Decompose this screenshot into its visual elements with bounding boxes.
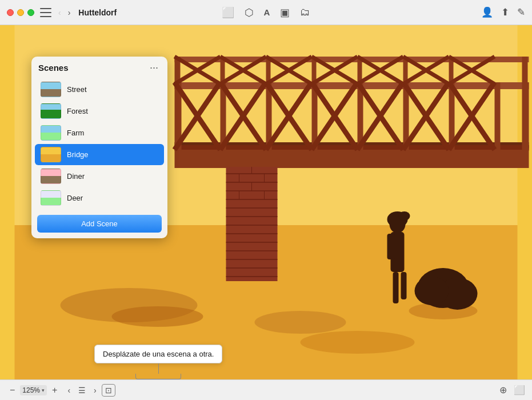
play-button[interactable]: ⊡	[102, 384, 115, 397]
share-icon[interactable]: ⬆	[501, 6, 509, 18]
scene-name-street: Street	[67, 85, 87, 94]
forward-arrow-icon[interactable]: ›	[66, 7, 73, 18]
scenes-title: Scenes	[38, 63, 69, 73]
bottom-right-controls: ⊕ ⬜	[499, 385, 525, 395]
toolbar-icons: ⬜ ⬡ A ▣ 🗂	[222, 6, 311, 19]
tooltip-box: Desplázate de una escena a otra.	[94, 345, 222, 363]
add-scene-button[interactable]: Add Scene	[37, 215, 162, 233]
titlebar-right: 👤 ⬆ ✎	[481, 6, 525, 18]
prev-scene-button[interactable]: ‹	[65, 385, 73, 396]
next-scene-button[interactable]: ›	[91, 385, 99, 396]
canvas-area: Scenes ··· StreetForestFarmBridgeDinerDe…	[0, 25, 532, 379]
nav-controls: ‹ ☰ › ⊡	[65, 384, 115, 397]
zoom-value-display[interactable]: 125% ▾	[20, 385, 47, 395]
scene-item-forest[interactable]: Forest	[35, 101, 164, 122]
svg-rect-77	[387, 234, 395, 259]
svg-point-84	[415, 277, 449, 305]
scene-thumb-forest	[41, 103, 61, 119]
scene-thumb-deer	[41, 190, 61, 206]
tooltip-container: Desplázate de una escena a otra.	[94, 345, 222, 379]
scene-item-farm[interactable]: Farm	[35, 122, 164, 143]
svg-point-3	[255, 311, 346, 334]
scenes-header: Scenes ···	[31, 57, 167, 77]
zoom-in-button[interactable]: +	[49, 384, 60, 397]
account-icon[interactable]: 👤	[481, 6, 493, 18]
scene-thumb-diner	[41, 169, 61, 184]
tooltip-line	[158, 363, 159, 374]
back-arrow-icon[interactable]: ‹	[56, 7, 63, 18]
scene-name-bridge: Bridge	[67, 150, 89, 159]
zoom-dropdown-arrow-icon: ▾	[42, 387, 45, 393]
scene-thumb-street	[41, 82, 61, 97]
toolbar-icon-5[interactable]: 🗂	[300, 6, 310, 18]
toolbar-icon-2[interactable]: ⬡	[245, 6, 254, 19]
toolbar-icon-4[interactable]: ▣	[280, 6, 290, 19]
zoom-controls: − 125% ▾ +	[7, 384, 60, 397]
toolbar-icon-3[interactable]: A	[264, 7, 270, 17]
scenes-list: StreetForestFarmBridgeDinerDeer	[31, 77, 167, 210]
nav-arrows: ‹ ›	[56, 7, 73, 18]
svg-rect-79	[401, 272, 407, 299]
scene-item-deer[interactable]: Deer	[35, 187, 164, 209]
scenes-more-button[interactable]: ···	[147, 62, 161, 73]
titlebar: ‹ › Hutteldorf ⬜ ⬡ A ▣ 🗂 👤 ⬆ ✎	[0, 0, 532, 25]
scene-thumb-farm	[41, 125, 61, 141]
svg-rect-78	[393, 272, 399, 303]
scene-name-diner: Diner	[67, 172, 85, 181]
zoom-to-fit-icon[interactable]: ⊕	[499, 385, 507, 395]
fullscreen-button[interactable]	[27, 9, 34, 16]
scenes-panel: Scenes ··· StreetForestFarmBridgeDinerDe…	[31, 57, 167, 238]
svg-point-81	[399, 211, 410, 221]
edit-icon[interactable]: ✎	[517, 6, 525, 18]
view-mode-icon[interactable]: ⬜	[514, 385, 525, 395]
list-view-button[interactable]: ☰	[75, 385, 89, 396]
minimize-button[interactable]	[17, 9, 24, 16]
tooltip-bracket	[135, 374, 181, 379]
scene-name-forest: Forest	[67, 107, 88, 115]
bottombar: − 125% ▾ + ‹ ☰ › ⊡ ⊕ ⬜	[0, 379, 532, 400]
svg-rect-17	[522, 82, 529, 151]
window-title: Hutteldorf	[78, 8, 117, 17]
sidebar-toggle-button[interactable]	[40, 8, 51, 17]
scene-item-street[interactable]: Street	[35, 79, 164, 100]
svg-point-85	[301, 331, 415, 354]
close-button[interactable]	[7, 9, 14, 16]
scene-name-farm: Farm	[67, 129, 84, 137]
scene-thumb-bridge	[41, 147, 61, 162]
scene-item-diner[interactable]: Diner	[35, 166, 164, 187]
zoom-out-button[interactable]: −	[7, 384, 18, 397]
toolbar-icon-1[interactable]: ⬜	[222, 6, 234, 19]
scene-name-deer: Deer	[67, 194, 83, 202]
scene-item-bridge[interactable]: Bridge	[35, 144, 164, 165]
svg-rect-40	[522, 57, 528, 84]
traffic-lights	[7, 9, 34, 16]
tooltip-text: Desplázate de una escena a otra.	[103, 350, 214, 358]
svg-rect-16	[495, 82, 501, 151]
svg-point-86	[112, 306, 203, 327]
